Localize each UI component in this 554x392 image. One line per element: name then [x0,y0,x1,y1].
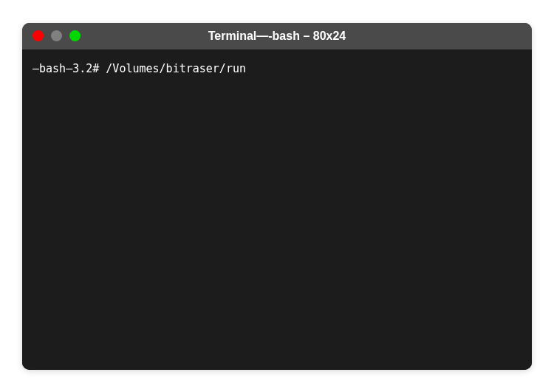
terminal-window: Terminal—-bash – 80x24 –bash–3.2# /Volum… [22,23,532,370]
minimize-icon[interactable] [51,30,62,41]
title-bar[interactable]: Terminal—-bash – 80x24 [22,23,532,49]
maximize-icon[interactable] [69,30,81,41]
terminal-body[interactable]: –bash–3.2# /Volumes/bitraser/run [22,49,532,370]
prompt-line: –bash–3.2# /Volumes/bitraser/run [33,61,521,77]
traffic-lights [33,30,81,41]
close-icon[interactable] [33,30,44,41]
window-title: Terminal—-bash – 80x24 [22,30,532,43]
